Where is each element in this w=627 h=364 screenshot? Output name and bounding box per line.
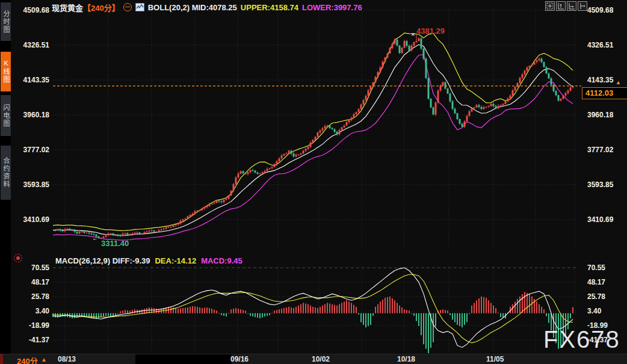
indicator-icon[interactable] [135, 3, 144, 11]
date-label: 10/18 [397, 355, 415, 363]
alarm-icon[interactable] [13, 253, 23, 263]
go-latest-button[interactable] [578, 1, 587, 11]
period-badge[interactable]: 240分 [17, 355, 38, 364]
chart-canvas[interactable] [0, 0, 627, 364]
price-axis-label-left: 3777.02 [1, 145, 49, 155]
price-axis-label-right: 4143.35 [587, 75, 627, 85]
sidebar-tab-2[interactable]: K线图 [1, 52, 11, 91]
price-axis-label-right: 4326.51 [587, 40, 627, 50]
date-label: 11/05 [486, 355, 504, 363]
price-axis-label-right: 3960.18 [587, 110, 627, 120]
date-label: 08/13 [58, 355, 76, 363]
high-marker-icon: ✕ [411, 32, 415, 37]
macd-axis-label-right: 25.78 [587, 292, 627, 301]
price-axis-label-left: 3960.18 [1, 110, 49, 120]
macd-axis-label-right: 70.55 [587, 263, 627, 273]
macd-header: MACD(26,12,9) DIFF:-9.39 DEA:-14.12 MACD… [55, 256, 242, 265]
price-axis-label-left: 4509.68 [1, 5, 49, 15]
price-axis-label-left: 3593.85 [1, 180, 49, 190]
period-label: 【240分】 [83, 2, 120, 13]
low-marker-icon: ← [92, 235, 97, 241]
last-price-badge: 4112.03 [582, 87, 627, 99]
boll-upper-label: UPPER:4158.74 [241, 3, 298, 12]
macd-title-label: MACD(26,12,9) DIFF:-9.39 [55, 256, 150, 265]
date-label: 09/16 [230, 355, 249, 363]
price-axis-label-left: 4143.35 [1, 75, 49, 85]
macd-value-label: MACD:9.45 [201, 256, 242, 265]
high-price-label: 4381.29 [416, 26, 445, 35]
symbol-label: 现货黄金 [52, 2, 83, 13]
fit-horizontal-button[interactable] [567, 1, 576, 11]
bottom-left-edge [0, 354, 3, 364]
macd-dea-label: DEA:-14.12 [155, 256, 196, 265]
scrollbar-thumb[interactable] [135, 354, 232, 364]
low-price-label: 3311.40 [101, 239, 129, 248]
bottom-bar: 240分 ▲ 08/1309/1610/0210/1811/05 [0, 354, 627, 364]
boll-lower-label: LOWER:3997.76 [302, 3, 362, 12]
chart-toolbar [545, 1, 587, 11]
macd-axis-label-right: 3.40 [587, 306, 627, 316]
price-axis-label-left: 4326.51 [1, 40, 49, 50]
chart-header: 现货黄金【240分】 BOLL(20,2) MID:4078.25 UPPER:… [52, 2, 362, 13]
price-axis-label-right: 3410.69 [587, 215, 627, 224]
macd-axis-label-left: -18.99 [1, 321, 49, 330]
date-label: 10/02 [312, 355, 330, 363]
price-axis-label-right: 3593.85 [587, 180, 627, 190]
macd-axis-label-left: 48.17 [1, 277, 49, 287]
fit-vertical-button[interactable] [556, 1, 566, 11]
macd-axis-label-left: 25.78 [1, 292, 49, 301]
macd-axis-label-left: 3.40 [1, 306, 49, 316]
macd-axis-label-right: 48.17 [587, 277, 627, 287]
price-axis-label-right: 3777.02 [587, 145, 627, 155]
price-axis-label-right: 4509.68 [587, 5, 627, 15]
boll-label: BOLL(20,2) MID:4078.25 [148, 3, 237, 12]
collapse-icon[interactable] [123, 3, 132, 11]
watermark: FX678 [543, 326, 620, 353]
macd-axis-label-left: 70.55 [1, 263, 49, 273]
trading-app-window: 分时图K线图闪电图合约资料 现货黄金【240分】 BOLL(20,2) MID:… [0, 0, 627, 364]
price-axis-label-left: 3410.69 [1, 215, 49, 224]
crosshair-button[interactable] [545, 1, 555, 11]
period-arrow-icon[interactable]: ▲ [41, 356, 47, 363]
macd-axis-label-left: -41.37 [1, 335, 49, 345]
